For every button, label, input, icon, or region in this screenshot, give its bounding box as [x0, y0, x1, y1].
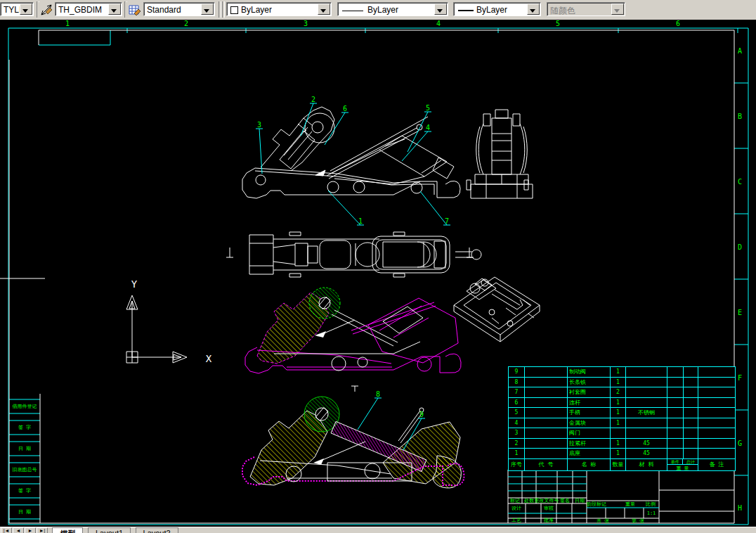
toolbar-separator — [222, 1, 225, 18]
chevron-down-icon[interactable] — [527, 4, 540, 15]
zone-number: 2 — [184, 20, 188, 27]
chevron-down-icon[interactable] — [318, 4, 330, 15]
plot-style-value: 随颜色 — [550, 5, 575, 17]
zone-letter: E — [738, 309, 742, 316]
parts-list-row: 1底座145 — [509, 448, 735, 458]
parts-list-header-cell: 序号 — [509, 458, 525, 470]
balloon-label: 6 — [343, 105, 347, 113]
parts-list-cell-no: 3 — [509, 428, 525, 438]
dim-style-value: TH_GBDIM — [58, 5, 102, 15]
toolbar: TYLE TH_GBDIM Standard ByLayer ByLayer — [0, 0, 756, 20]
plot-style-combo: 随颜色 — [547, 2, 625, 16]
parts-list-cell-material: 45 — [626, 448, 667, 458]
parts-list-cell-total — [684, 438, 698, 449]
parts-list-cell-unit — [667, 397, 684, 408]
parts-list-table: 9制动阀18长条铁17衬套圈26连杆15手柄1不锈钢4金属块13阀门2拉紧杆14… — [508, 366, 736, 471]
table-style-combo[interactable]: Standard — [143, 2, 215, 16]
parts-list-cell-unit — [667, 377, 684, 387]
zone-letter: H — [738, 504, 742, 512]
parts-list-cell-name: 长条铁 — [568, 377, 611, 387]
parts-list-cell-name: 阀门 — [568, 428, 611, 438]
tab-layout1[interactable]: Layout1 — [88, 527, 131, 533]
balloon-label: 9 — [419, 411, 424, 418]
balloon-label: 7 — [445, 217, 449, 225]
zone-number: 6 — [676, 20, 680, 27]
lineweight-value: ByLayer — [476, 5, 507, 15]
parts-list-cell-qty: 2 — [611, 387, 626, 397]
parts-list-cell-material — [626, 418, 667, 428]
parts-list-cell-no: 7 — [509, 387, 525, 397]
parts-list-cell-total — [684, 407, 698, 418]
margin-strip-label: 日 期 — [18, 508, 31, 515]
parts-list-header-cell: 单件 — [667, 459, 683, 465]
title-block-label: 签名 — [560, 497, 570, 504]
parts-list-cell-remark — [698, 387, 735, 397]
color-combo[interactable]: ByLayer — [226, 2, 332, 16]
title-block-label: 重量 — [625, 501, 635, 508]
parts-list-cell-remark — [698, 418, 735, 428]
parts-list-cell-qty: 1 — [611, 407, 626, 418]
chevron-down-icon[interactable] — [108, 4, 121, 15]
parts-list-cell-total — [684, 366, 698, 377]
linetype-combo[interactable]: ByLayer — [337, 2, 448, 16]
parts-list-weight-header: 单件总计重 量 — [667, 458, 698, 470]
chevron-down-icon — [611, 4, 624, 15]
parts-list-header-cell: 名 称 — [568, 458, 611, 470]
parts-list-cell-remark — [698, 397, 735, 408]
parts-list-cell-name: 制动阀 — [568, 366, 611, 377]
title-block-label: 更改文件号 — [535, 497, 559, 504]
parts-list-header-cell: 数量 — [611, 458, 626, 470]
parts-list-cell-qty: 1 — [611, 448, 626, 458]
drawing-canvas[interactable]: 123456ABCDEFGH326541789借用件登记签 字日 期旧底图总号签… — [0, 20, 756, 527]
tab-layout2[interactable]: Layout2 — [136, 527, 178, 533]
margin-strip-label: 签 字 — [18, 487, 31, 494]
parts-list-cell-total — [684, 397, 698, 408]
tab-nav-last-icon[interactable]: ►| — [37, 527, 48, 533]
lineweight-combo[interactable]: ByLayer — [453, 2, 541, 16]
parts-list-cell-code — [525, 377, 568, 387]
title-block-label: 第 张 — [632, 518, 644, 525]
parts-list-cell-qty: 1 — [611, 397, 626, 408]
dim-style-combo[interactable]: TH_GBDIM — [55, 2, 122, 16]
margin-strip-label: 旧底图总号 — [13, 466, 37, 473]
parts-list-cell-code — [525, 438, 568, 449]
zone-letter: D — [738, 243, 742, 251]
chevron-down-icon[interactable] — [434, 4, 447, 15]
color-value: ByLayer — [241, 5, 272, 15]
title-block-label: 处数 — [524, 497, 534, 504]
table-style-icon[interactable] — [126, 2, 143, 18]
parts-list-cell-remark — [698, 407, 735, 418]
title-block-label: 日期 — [575, 497, 585, 504]
parts-list-header-cell: 备 注 — [698, 458, 735, 470]
balloon-label: 2 — [311, 96, 315, 103]
title-block-label: 1:1 — [647, 510, 656, 516]
tab-nav-first-icon[interactable]: |◄ — [1, 527, 12, 533]
parts-list-cell-name: 金属块 — [568, 418, 611, 428]
title-block-label: 设计 — [511, 505, 521, 512]
text-style-combo[interactable]: TYLE — [0, 2, 34, 16]
parts-list-cell-no: 5 — [509, 407, 525, 418]
parts-list-cell-no: 8 — [509, 377, 525, 387]
tab-model[interactable]: 模型 — [52, 527, 83, 533]
parts-list-header-cell: 重 量 — [667, 465, 698, 470]
chevron-down-icon[interactable] — [20, 4, 32, 15]
tab-nav-prev-icon[interactable]: ◄ — [13, 527, 24, 533]
parts-list-cell-remark — [698, 366, 735, 377]
margin-strip-label: 签 字 — [18, 424, 31, 431]
parts-list-row: 7衬套圈2 — [509, 387, 735, 397]
tab-nav-next-icon[interactable]: ► — [25, 527, 36, 533]
zone-number: 1 — [65, 20, 70, 27]
parts-list-cell-no: 6 — [509, 397, 525, 408]
balloon-label: 3 — [257, 121, 261, 129]
title-block-label: 共 张 — [597, 518, 609, 525]
parts-list-cell-name: 拉紧杆 — [568, 438, 611, 449]
parts-list-cell-unit — [667, 387, 684, 397]
chevron-down-icon[interactable] — [201, 4, 214, 15]
parts-list-cell-qty: 1 — [611, 418, 626, 428]
dim-style-icon[interactable] — [39, 2, 56, 18]
title-block-label: 标记 — [510, 497, 520, 504]
parts-list-row: 6连杆1 — [509, 397, 735, 408]
ucs-x-label: X — [206, 353, 211, 364]
parts-list-cell-total — [684, 377, 698, 387]
parts-list-cell-material: 不锈钢 — [626, 407, 667, 418]
